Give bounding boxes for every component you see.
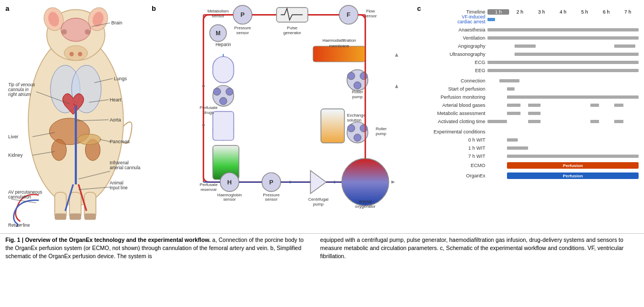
tl-bar <box>528 104 540 107</box>
panel-a-label: a <box>5 4 9 12</box>
svg-text:pump: pump <box>376 131 386 136</box>
tl-bar <box>515 53 639 56</box>
tl-row-7hwit: 7 h WIT <box>422 152 639 160</box>
svg-point-2 <box>64 46 88 60</box>
svg-text:sensor: sensor <box>223 197 236 202</box>
svg-text:membrane: membrane <box>329 43 349 48</box>
timeline-header: Timeline 1 h 2 h 3 h 4 h 5 h 6 h 7 h <box>422 9 639 15</box>
svg-text:Pancreas: Pancreas <box>109 139 130 144</box>
tl-row-anaesthesia: Anaesthesia <box>422 26 639 34</box>
main-container: a <box>0 0 644 265</box>
svg-rect-15 <box>69 214 81 220</box>
svg-text:Centrifugal: Centrifugal <box>308 197 329 202</box>
caption-area: Fig. 1 | Overview of the OrganEx technol… <box>0 233 644 265</box>
tl-bar <box>614 120 623 123</box>
svg-text:Lungs: Lungs <box>114 76 127 81</box>
svg-text:sensor: sensor <box>265 197 278 202</box>
svg-point-23 <box>77 134 101 145</box>
tl-bar <box>487 61 639 64</box>
tl-row-ecmo: ECMO Perfusion <box>422 161 639 170</box>
svg-text:cannulation: cannulation <box>8 194 31 200</box>
svg-point-79 <box>354 82 361 89</box>
tl-bar <box>507 104 521 107</box>
svg-text:Roller: Roller <box>352 89 363 94</box>
svg-text:F: F <box>347 11 350 18</box>
tl-bar <box>487 120 507 123</box>
tl-bar <box>499 79 519 82</box>
tl-bar <box>487 28 639 31</box>
caption-fig-label: Fig. 1 | Overview of the OrganEx technol… <box>5 236 211 243</box>
ecmo-bar: Perfusion <box>507 162 639 169</box>
svg-point-84 <box>360 125 367 132</box>
svg-text:generator: generator <box>283 30 301 35</box>
tick-1h: 1 h <box>487 9 509 15</box>
tl-row-angiography: Angiography <box>422 42 639 50</box>
svg-point-21 <box>51 139 66 161</box>
svg-text:Perfusate: Perfusate <box>200 105 218 110</box>
svg-point-92 <box>213 88 220 95</box>
svg-marker-124 <box>392 181 395 184</box>
tl-row-ultrasonography: Ultrasonography <box>422 50 639 58</box>
tl-bars-vf <box>487 16 639 23</box>
panel-c-label: c <box>417 4 421 12</box>
timeline-ticks: 1 h 2 h 3 h 4 h 5 h 6 h 7 h <box>487 9 639 15</box>
tl-bar <box>487 18 495 21</box>
svg-point-78 <box>360 72 367 79</box>
svg-text:Aorta: Aorta <box>109 117 121 123</box>
svg-rect-14 <box>55 214 66 220</box>
tl-bar <box>487 36 639 40</box>
tl-bar <box>614 44 635 48</box>
svg-point-94 <box>219 98 226 105</box>
svg-point-108 <box>342 158 389 206</box>
svg-text:right atrium: right atrium <box>8 92 31 97</box>
panel-a: a <box>5 4 152 229</box>
tl-bar <box>590 104 600 107</box>
caption-left: Fig. 1 | Overview of the OrganEx technol… <box>5 236 309 261</box>
tl-row-1hwit: 1 h WIT <box>422 144 639 152</box>
tl-bar <box>507 155 639 158</box>
svg-text:P: P <box>269 179 274 186</box>
svg-marker-125 <box>395 84 398 88</box>
svg-point-17 <box>61 18 91 41</box>
tl-row-exp-conditions: Experimental conditions <box>422 128 639 136</box>
tl-bar <box>507 146 528 150</box>
tl-bar <box>487 69 639 72</box>
svg-text:input line: input line <box>109 185 128 190</box>
tl-row-ventilation: Ventilation <box>422 34 639 42</box>
svg-text:Perfusate: Perfusate <box>200 182 218 187</box>
svg-text:Return line: Return line <box>8 222 30 227</box>
svg-text:Brain: Brain <box>111 20 122 25</box>
svg-point-10 <box>78 52 82 56</box>
tick-6h: 6 h <box>595 9 617 15</box>
svg-rect-99 <box>213 112 234 140</box>
organex-bar: Perfusion <box>507 172 639 179</box>
svg-text:pump: pump <box>352 94 362 99</box>
tl-bar <box>507 87 515 91</box>
svg-text:Pressure: Pressure <box>234 25 251 30</box>
svg-text:drugs: drugs <box>204 110 214 115</box>
svg-marker-126 <box>395 53 398 57</box>
svg-rect-105 <box>321 109 344 143</box>
svg-rect-73 <box>313 46 365 62</box>
svg-text:Heart: Heart <box>109 97 121 103</box>
tl-bar <box>590 120 600 123</box>
tl-bar <box>507 95 639 99</box>
svg-text:H: H <box>227 179 232 186</box>
svg-text:Kidney: Kidney <box>8 152 23 158</box>
tick-4h: 4 h <box>552 9 574 15</box>
tl-row-start-perfusion: Start of perfusion <box>422 85 639 93</box>
panel-b: b P F Metabolism sensor <box>152 4 417 229</box>
caption-right: equipped with a centrifugal pump, pulse … <box>320 236 624 261</box>
tl-bar <box>528 112 540 115</box>
schematic-svg: P F Metabolism sensor M Pressure sensor … <box>157 4 412 221</box>
tl-row-metabolic: Metabolic assessment <box>422 110 639 117</box>
tl-row-eeg: EEG <box>422 67 639 74</box>
svg-point-83 <box>348 125 355 132</box>
svg-text:Roller: Roller <box>376 126 387 131</box>
svg-text:Arterial: Arterial <box>359 199 372 204</box>
panel-c: c Timeline 1 h 2 h 3 h 4 h 5 h 6 h 7 h <box>417 4 639 229</box>
svg-rect-88 <box>213 56 234 82</box>
svg-text:Haemoglobin: Haemoglobin <box>217 193 242 197</box>
svg-text:Exchange: Exchange <box>347 113 366 118</box>
svg-text:Pressure: Pressure <box>263 193 279 197</box>
